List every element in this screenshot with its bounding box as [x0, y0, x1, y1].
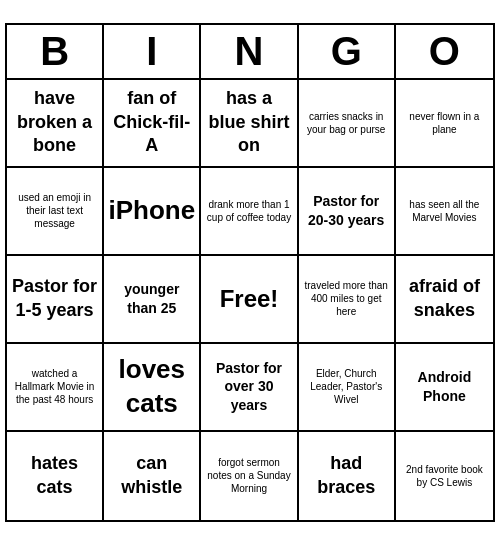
bingo-cell-24: 2nd favorite book by CS Lewis — [396, 432, 493, 520]
bingo-cell-4: never flown in a plane — [396, 80, 493, 168]
bingo-letter-i: I — [104, 25, 201, 78]
bingo-cell-2: has a blue shirt on — [201, 80, 298, 168]
bingo-grid: have broken a bonefan of Chick-fil-Ahas … — [7, 80, 493, 520]
bingo-header: BINGO — [7, 25, 493, 80]
bingo-cell-22: forgot sermon notes on a Sunday Morning — [201, 432, 298, 520]
bingo-cell-1: fan of Chick-fil-A — [104, 80, 201, 168]
bingo-letter-b: B — [7, 25, 104, 78]
bingo-cell-8: Pastor for 20-30 years — [299, 168, 396, 256]
bingo-cell-6: iPhone — [104, 168, 201, 256]
bingo-cell-13: traveled more than 400 miles to get here — [299, 256, 396, 344]
bingo-cell-21: can whistle — [104, 432, 201, 520]
bingo-cell-15: watched a Hallmark Movie in the past 48 … — [7, 344, 104, 432]
bingo-cell-16: loves cats — [104, 344, 201, 432]
bingo-card: BINGO have broken a bonefan of Chick-fil… — [5, 23, 495, 522]
bingo-cell-20: hates cats — [7, 432, 104, 520]
bingo-letter-o: O — [396, 25, 493, 78]
bingo-cell-10: Pastor for 1-5 years — [7, 256, 104, 344]
bingo-cell-17: Pastor for over 30 years — [201, 344, 298, 432]
bingo-letter-g: G — [299, 25, 396, 78]
bingo-letter-n: N — [201, 25, 298, 78]
bingo-cell-9: has seen all the Marvel Movies — [396, 168, 493, 256]
bingo-cell-12: Free! — [201, 256, 298, 344]
bingo-cell-19: Android Phone — [396, 344, 493, 432]
bingo-cell-3: carries snacks in your bag or purse — [299, 80, 396, 168]
bingo-cell-18: Elder, Church Leader, Pastor's Wivel — [299, 344, 396, 432]
bingo-cell-0: have broken a bone — [7, 80, 104, 168]
bingo-cell-11: younger than 25 — [104, 256, 201, 344]
bingo-cell-23: had braces — [299, 432, 396, 520]
bingo-cell-14: afraid of snakes — [396, 256, 493, 344]
bingo-cell-7: drank more than 1 cup of coffee today — [201, 168, 298, 256]
bingo-cell-5: used an emoji in their last text message — [7, 168, 104, 256]
